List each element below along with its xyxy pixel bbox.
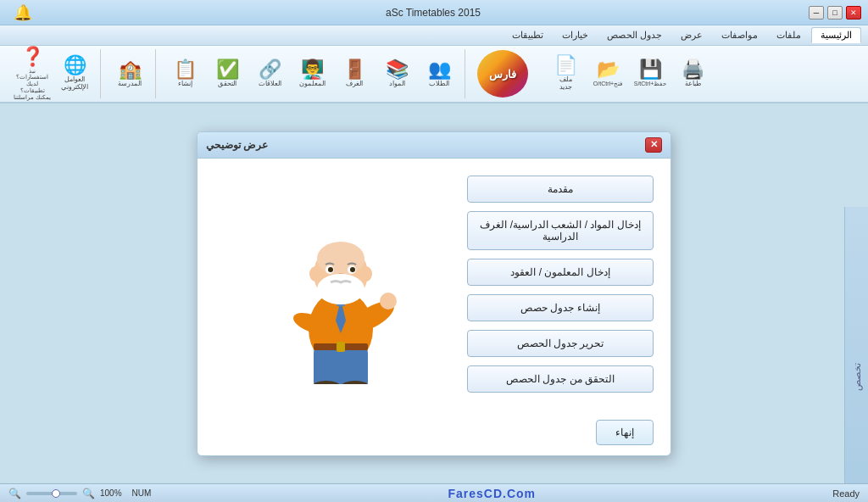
save-icon: 💾 xyxy=(639,60,662,79)
tab-files[interactable]: ملفات xyxy=(768,28,810,42)
open-button[interactable]: 📂 فتح+O/tCtrl xyxy=(587,49,628,98)
status-ready: Ready xyxy=(832,488,860,499)
svg-point-19 xyxy=(350,267,355,272)
save-button[interactable]: 💾 حفظ+S/tCtrl xyxy=(630,49,670,98)
new-file-button[interactable]: 📄 ملفجديد xyxy=(545,49,586,98)
tab-apps[interactable]: تطبيقات xyxy=(504,28,552,42)
print-button[interactable]: 🖨️ طباعة xyxy=(672,49,713,98)
dialog-image-area xyxy=(214,176,467,393)
toolbar-group-file: 📄 ملفجديد 📂 فتح+O/tCtrl 💾 حفظ+S/tCtrl 🖨️… xyxy=(540,49,718,98)
tab-home[interactable]: الرئيسية xyxy=(811,27,861,43)
school-icon: 🏫 xyxy=(119,60,142,79)
dialog-title: عرض توضيحي xyxy=(206,139,268,151)
check-icon: ✅ xyxy=(216,60,239,79)
dialog-titlebar: ✕ عرض توضيحي xyxy=(198,132,670,159)
fares-logo: فارس xyxy=(469,50,537,98)
help-icon: ❓ xyxy=(21,47,44,66)
ribbon-tabs: الرئيسية ملفات مواصفات عرض جدول الحصص خي… xyxy=(0,25,868,46)
svg-point-22 xyxy=(309,266,321,282)
maximize-button[interactable]: □ xyxy=(827,6,843,20)
rooms-button[interactable]: 🚪 الغرف xyxy=(334,49,375,98)
wizard-dialog: ✕ عرض توضيحي مقدمة إدخال المواد / الشعب … xyxy=(197,131,671,456)
dialog-footer: إنهاء xyxy=(198,410,670,455)
minimize-button[interactable]: ─ xyxy=(809,6,824,20)
title-bar: ─ □ ✕ aSc Timetables 2015 🔔 xyxy=(0,0,868,25)
svg-point-15 xyxy=(317,242,364,276)
svg-rect-3 xyxy=(337,342,345,352)
intro-button[interactable]: مقدمة xyxy=(467,176,654,203)
classes-button[interactable]: 👥 الطلاب xyxy=(419,49,459,98)
toolbar-group-school: 🏫 المدرسة xyxy=(104,49,156,98)
verify-timetable-button[interactable]: التحقق من جدول الحصص xyxy=(467,365,654,393)
zoom-in-icon[interactable]: 🔍 xyxy=(82,488,95,499)
materials-icon: 📚 xyxy=(386,60,409,79)
teachers-icon: 👨‍🏫 xyxy=(301,60,324,79)
enter-teachers-button[interactable]: إدخال المعلمون / العقود xyxy=(467,259,654,286)
zoom-level: 100% xyxy=(100,488,122,498)
materials-button[interactable]: 📚 المواد xyxy=(376,49,417,98)
status-left: 🔍 🔍 100% NUM xyxy=(8,488,151,499)
check-button[interactable]: ✅ التحقق xyxy=(207,49,248,98)
dialog-body: مقدمة إدخال المواد / الشعب الدراسية/ الغ… xyxy=(198,159,670,410)
tab-timetable[interactable]: جدول الحصص xyxy=(598,28,670,42)
create-timetable-button[interactable]: إنشاء جدول حصص xyxy=(467,294,654,321)
online-icon: 🌐 xyxy=(64,56,86,75)
toolbar: ❓ نبذ استفسارات؟لديك تطبيقات؟يمكنك مراسل… xyxy=(0,46,868,103)
num-lock-indicator: NUM xyxy=(132,488,152,498)
status-bar: Ready FaresCD.Com 🔍 🔍 100% NUM xyxy=(0,483,868,502)
relations-button[interactable]: 🔗 العلاقات xyxy=(249,49,290,98)
dialog-close-button[interactable]: ✕ xyxy=(645,137,662,153)
tab-options[interactable]: خيارات xyxy=(554,28,597,42)
wizard-buttons: مقدمة إدخال المواد / الشعب الدراسية/ الغ… xyxy=(467,176,654,393)
rooms-icon: 🚪 xyxy=(343,60,366,79)
svg-point-18 xyxy=(328,267,333,272)
window-title: aSc Timetables 2015 xyxy=(58,7,809,19)
online-button[interactable]: 🌐 العواملالإلكتروني xyxy=(54,49,95,98)
main-area: تخصص ✕ عرض توضيحي مقدمة إدخال المواد / ا… xyxy=(0,103,868,483)
tab-specs[interactable]: مواصفات xyxy=(713,28,766,42)
open-icon: 📂 xyxy=(597,60,620,79)
enter-materials-button[interactable]: إدخال المواد / الشعب الدراسية/ الغرف الد… xyxy=(467,211,654,250)
print-icon: 🖨️ xyxy=(682,60,704,79)
classes-icon: 👥 xyxy=(428,60,451,79)
tab-view[interactable]: عرض xyxy=(672,28,711,42)
edit-timetable-button[interactable]: تحرير جدول الحصص xyxy=(467,330,654,357)
window-controls[interactable]: ─ □ ✕ xyxy=(809,6,861,20)
finish-button[interactable]: إنهاء xyxy=(596,420,654,445)
zoom-thumb xyxy=(52,489,60,498)
school-button[interactable]: 🏫 المدرسة xyxy=(109,49,150,98)
toolbar-group-help: ❓ نبذ استفسارات؟لديك تطبيقات؟يمكنك مراسل… xyxy=(7,49,101,98)
help-button[interactable]: ❓ نبذ استفسارات؟لديك تطبيقات؟يمكنك مراسل… xyxy=(12,49,53,98)
bell-icon[interactable]: 🔔 xyxy=(14,4,32,21)
close-button[interactable]: ✕ xyxy=(846,6,861,20)
svg-point-23 xyxy=(360,266,372,282)
zoom-out-icon[interactable]: 🔍 xyxy=(8,488,21,499)
character-svg xyxy=(273,198,409,384)
svg-point-9 xyxy=(380,293,397,310)
toolbar-group-data: 📋 إنشاء ✅ التحقق 🔗 العلاقات 👨‍🏫 المعلمون… xyxy=(159,49,465,98)
dialog-overlay: ✕ عرض توضيحي مقدمة إدخال المواد / الشعب … xyxy=(0,103,868,483)
zoom-slider[interactable] xyxy=(26,492,77,495)
status-watermark: FaresCD.Com xyxy=(448,487,536,500)
new-file-icon: 📄 xyxy=(554,56,577,75)
create-button[interactable]: 📋 إنشاء xyxy=(164,49,205,98)
relations-icon: 🔗 xyxy=(259,60,281,79)
teachers-button[interactable]: 👨‍🏫 المعلمون xyxy=(292,49,332,98)
create-icon: 📋 xyxy=(174,60,197,79)
